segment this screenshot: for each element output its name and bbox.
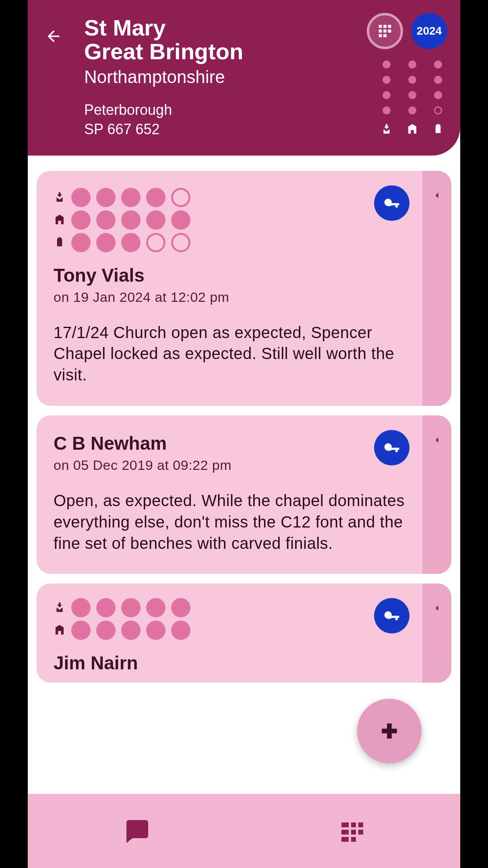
key-icon [383,194,401,212]
globe-grid-icon [376,22,394,40]
key-icon [383,439,401,457]
building-icon [406,122,418,137]
rating-dot [171,210,190,230]
rating-dot [121,621,141,640]
review-ratings [54,598,405,640]
rating-dot [408,106,416,114]
brand-button[interactable] [367,13,403,49]
review-author: Jim Nairn [54,652,405,674]
window-icon [432,122,444,137]
rating-dot [408,91,416,99]
rating-row [54,188,405,207]
rating-dot [434,76,442,84]
rating-dot [146,621,165,640]
arrow-left-icon [45,27,62,45]
card-expand-tab[interactable] [422,584,451,683]
rating-dot [383,91,391,99]
header-buttons: 2024 [367,13,447,49]
rating-dot [96,621,116,640]
review-card: C B Newhamon 05 Dec 2019 at 09:22 pmOpen… [37,415,451,574]
rating-dot [121,598,141,617]
rating-dot [408,60,416,69]
nav-grid[interactable] [244,794,460,868]
card-expand-tab[interactable] [422,415,451,574]
plus-icon [378,720,401,742]
rating-dot [96,188,116,207]
review-ratings [54,188,405,252]
review-date: on 05 Dec 2019 at 09:22 pm [54,457,405,473]
review-card-body: Tony Vialson 19 Jan 2024 at 12:02 pm17/1… [37,171,422,406]
review-date: on 19 Jan 2024 at 12:02 pm [54,289,405,305]
rating-row [54,210,405,230]
rating-dot [146,188,165,207]
back-button[interactable] [42,25,65,48]
rating-dot [434,60,442,69]
rating-dot [96,233,116,252]
rating-dot [146,210,165,230]
review-text: 17/1/24 Church open as expected, Spencer… [54,322,405,386]
rating-dot [171,621,190,640]
year-badge[interactable]: 2024 [411,13,447,49]
rating-dot [146,233,165,252]
chat-icon [120,816,152,845]
grid-icon [336,816,368,845]
rating-dot [71,210,91,230]
header-rating-column [380,60,393,137]
rating-dot [408,76,416,84]
bottom-nav [28,794,460,868]
window-icon [54,235,66,250]
rating-row [54,598,405,617]
header-rating-column [432,60,444,137]
rating-dot [121,188,141,207]
nav-comments[interactable] [28,794,244,868]
header: St Mary Great Brington Northamptonshire … [28,0,460,156]
header-rating-grid [380,60,444,137]
review-card-body: Jim Nairn [37,584,422,683]
rating-dot [434,106,442,114]
chevron-left-icon [431,432,443,449]
building-icon [54,212,66,228]
rating-dot [383,76,391,84]
building-icon [54,623,66,638]
review-card: Tony Vialson 19 Jan 2024 at 12:02 pm17/1… [37,171,451,406]
add-review-button[interactable] [357,699,422,763]
chevron-left-icon [431,187,443,204]
church-icon [380,122,393,137]
review-card-body: C B Newhamon 05 Dec 2019 at 09:22 pmOpen… [37,415,422,574]
church-icon [54,190,66,205]
rating-dot [171,598,190,617]
rating-row [54,233,405,252]
rating-dot [96,598,116,617]
rating-dot [96,210,116,230]
review-author: C B Newham [54,432,405,454]
rating-dot [121,233,141,252]
review-card: Jim Nairn [37,584,451,683]
key-button[interactable] [374,430,409,465]
rating-dot [146,598,165,617]
rating-row [54,621,405,640]
key-button[interactable] [374,185,409,221]
rating-dot [121,210,141,230]
key-icon [383,607,401,625]
rating-dot [71,233,91,252]
rating-dot [383,106,391,114]
rating-dot [71,188,91,207]
key-button[interactable] [374,598,409,633]
app-frame: St Mary Great Brington Northamptonshire … [28,0,460,868]
chevron-left-icon [431,600,443,617]
rating-dot [171,233,190,252]
header-rating-column [406,60,418,137]
rating-dot [434,91,442,99]
rating-dot [71,598,91,617]
rating-dot [383,60,391,69]
church-icon [54,600,66,615]
year-badge-label: 2024 [417,25,442,37]
review-text: Open, as expected. While the chapel domi… [54,490,405,554]
review-author: Tony Vials [54,264,405,286]
rating-dot [171,188,190,207]
card-expand-tab[interactable] [422,171,451,406]
rating-dot [71,621,91,640]
